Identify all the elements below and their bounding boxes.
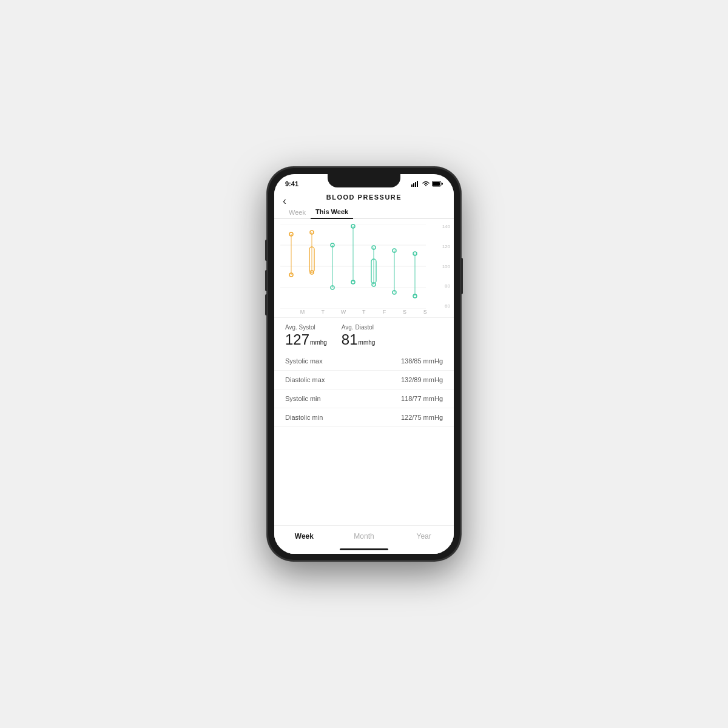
tab-week-bottom[interactable]: Week [274, 531, 334, 542]
systolic-stat: Avg. Systol 127 mmhg [285, 324, 327, 348]
stats-section: Avg. Systol 127 mmhg Avg. Diastol 81 mmh… [274, 317, 454, 352]
tab-month-bottom[interactable]: Month [334, 531, 394, 542]
svg-rect-3 [417, 181, 418, 187]
diastolic-max-value: 132/89 mmHg [401, 376, 443, 383]
svg-rect-2 [415, 182, 416, 187]
diastolic-label: Avg. Diastol [342, 324, 376, 331]
y-label-60: 60 [445, 303, 450, 309]
wifi-icon [422, 181, 430, 187]
systolic-value: 127 [285, 331, 309, 348]
status-time: 9:41 [285, 180, 298, 187]
systolic-min-value: 118/77 mmHg [401, 395, 443, 402]
table-row: Diastolic min 122/75 mmHg [274, 408, 454, 427]
phone-screen: 9:41 [274, 174, 454, 554]
notch [328, 174, 400, 187]
stats-row: Avg. Systol 127 mmhg Avg. Diastol 81 mmh… [285, 324, 443, 348]
systolic-max-label: Systolic max [285, 357, 323, 365]
svg-rect-5 [433, 182, 440, 186]
screen-content: ‹ BLOOD PRESSURE Week This Week 140 120 … [274, 191, 454, 554]
y-label-140: 140 [442, 224, 450, 229]
day-w: W [337, 309, 349, 315]
diastolic-stat: Avg. Diastol 81 mmhg [342, 324, 376, 348]
y-label-120: 120 [442, 244, 450, 249]
svg-rect-6 [442, 183, 443, 185]
day-s1: S [399, 309, 411, 315]
y-axis: 140 120 100 80 60 [442, 224, 450, 309]
diastolic-value: 81 [342, 331, 358, 348]
systolic-label: Avg. Systol [285, 324, 327, 331]
back-button[interactable]: ‹ [283, 195, 286, 207]
svg-rect-0 [411, 184, 413, 187]
diastolic-min-label: Diastolic min [285, 414, 323, 421]
tab-this-week[interactable]: This Week [311, 206, 353, 219]
battery-icon [432, 181, 443, 187]
tab-year-bottom[interactable]: Year [394, 531, 454, 542]
signal-icon [411, 181, 420, 187]
metrics-list: Systolic max 138/85 mmHg Diastolic max 1… [274, 352, 454, 525]
header: ‹ BLOOD PRESSURE [274, 191, 454, 203]
y-label-80: 80 [445, 283, 450, 289]
status-icons [411, 181, 443, 187]
chart-wrapper: 140 120 100 80 60 [274, 224, 454, 309]
chart-area: 140 120 100 80 60 [274, 219, 454, 317]
phone-shell: 9:41 [267, 167, 461, 561]
day-f: F [379, 309, 391, 315]
day-m: M [297, 309, 309, 315]
y-label-100: 100 [442, 264, 450, 269]
chart-svg [280, 224, 438, 309]
day-t2: T [358, 309, 370, 315]
day-s2: S [419, 309, 431, 315]
systolic-unit: mmhg [310, 339, 327, 346]
table-row: Systolic min 118/77 mmHg [274, 389, 454, 408]
diastolic-max-label: Diastolic max [285, 376, 325, 383]
day-t1: T [317, 309, 329, 315]
home-indicator [274, 544, 454, 554]
table-row: Systolic max 138/85 mmHg [274, 352, 454, 371]
bottom-tab-bar: Week Month Year [274, 525, 454, 544]
page-title: BLOOD PRESSURE [284, 194, 444, 201]
chart-x-axis: M T W T F S S [274, 309, 454, 315]
home-bar [340, 548, 388, 550]
systolic-max-value: 138/85 mmHg [401, 357, 443, 365]
diastolic-unit: mmhg [359, 339, 376, 346]
svg-rect-1 [413, 183, 414, 187]
diastolic-min-value: 122/75 mmHg [401, 414, 443, 421]
period-tabs: Week This Week [274, 203, 454, 219]
table-row: Diastolic max 132/89 mmHg [274, 371, 454, 389]
systolic-min-label: Systolic min [285, 395, 321, 402]
tab-week[interactable]: Week [284, 206, 311, 218]
